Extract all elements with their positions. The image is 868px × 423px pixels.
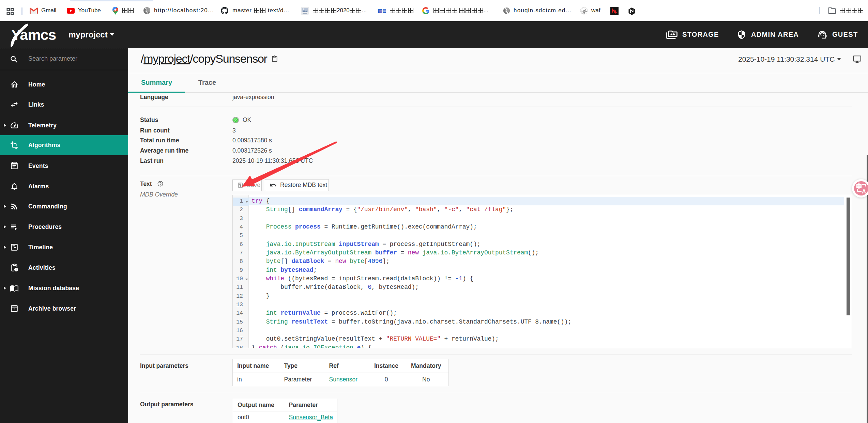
svg-text:▧▤: ▧▤ — [378, 8, 386, 14]
